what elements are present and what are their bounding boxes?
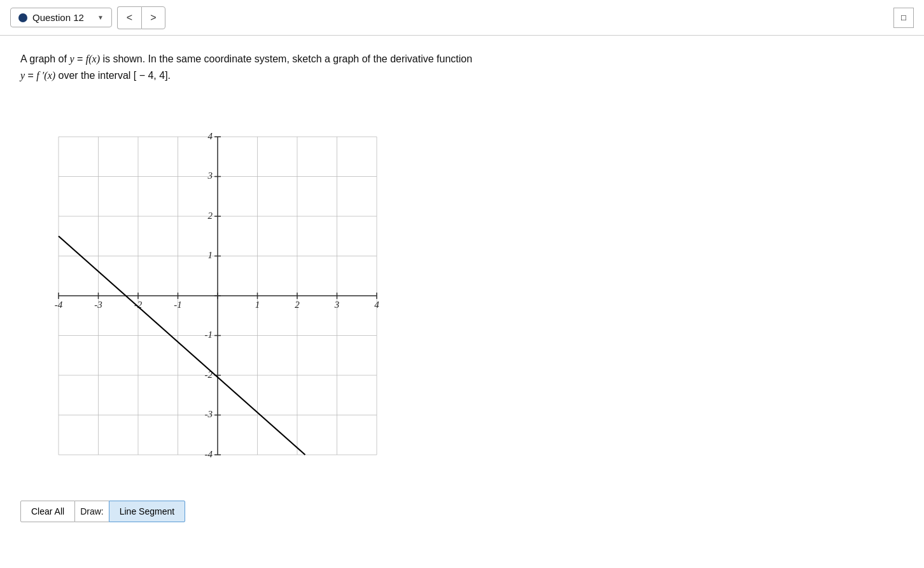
graph-container bbox=[20, 99, 415, 493]
question-text: A graph of y = f(x) is shown. In the sam… bbox=[20, 51, 904, 83]
nav-group: < > bbox=[117, 6, 165, 29]
bottom-toolbar: Clear All Draw: Line Segment bbox=[20, 501, 904, 522]
math-fpx: f ′(x) bbox=[36, 70, 55, 81]
question-dot bbox=[18, 13, 27, 22]
corner-button[interactable]: □ bbox=[893, 8, 914, 28]
next-button[interactable]: > bbox=[141, 6, 165, 29]
main-content: A graph of y = f(x) is shown. In the sam… bbox=[0, 36, 924, 532]
prev-button[interactable]: < bbox=[117, 6, 141, 29]
math-y2: y bbox=[20, 70, 25, 81]
text-before-math: A graph of y = f(x) is shown. In the sam… bbox=[20, 53, 472, 64]
question-label: Question 12 bbox=[32, 12, 92, 23]
line-segment-button[interactable]: Line Segment bbox=[109, 501, 185, 522]
graph-canvas[interactable] bbox=[20, 99, 415, 493]
question-selector[interactable]: Question 12 ▼ bbox=[10, 8, 112, 27]
clear-all-button[interactable]: Clear All bbox=[20, 501, 75, 522]
chevron-down-icon: ▼ bbox=[97, 14, 104, 21]
math-fx: f(x) bbox=[86, 53, 100, 64]
header: Question 12 ▼ < > □ bbox=[0, 0, 924, 36]
draw-label: Draw: bbox=[75, 501, 109, 522]
math-y: y bbox=[69, 53, 74, 64]
text-derivative-line: y = f ′(x) over the interval [ − 4, 4]. bbox=[20, 70, 171, 81]
